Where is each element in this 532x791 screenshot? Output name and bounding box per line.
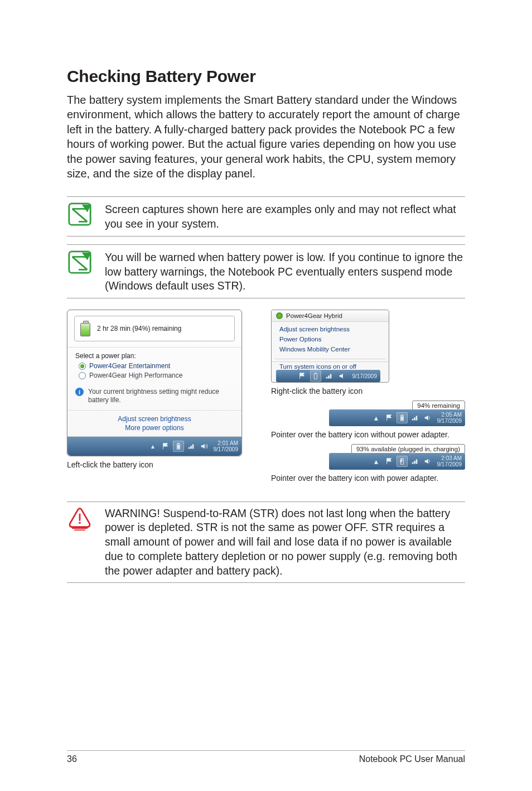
remaining-box: 2 hr 28 min (94%) remaining <box>74 316 235 341</box>
tray-clock[interactable]: 2:01 AM 9/17/2009 <box>214 440 239 452</box>
volume-icon[interactable] <box>422 412 433 423</box>
intro-paragraph: The battery system implements the Smart … <box>67 93 465 181</box>
svg-rect-5 <box>314 374 317 379</box>
volume-icon[interactable] <box>337 370 348 382</box>
volume-icon[interactable] <box>199 441 210 452</box>
svg-rect-4 <box>177 445 180 448</box>
more-power-options-link[interactable]: More power options <box>67 424 241 432</box>
svg-rect-3 <box>178 443 179 444</box>
radio-icon <box>79 363 86 370</box>
network-icon[interactable] <box>409 456 420 467</box>
tray-date: 9/17/2009 <box>352 373 378 379</box>
system-tray: ▴ 2:01 AM 9/17/2009 <box>67 436 241 456</box>
note-block-1: Screen captures shown here are examples … <box>67 196 465 236</box>
volume-icon[interactable] <box>422 456 433 467</box>
network-icon[interactable] <box>186 441 197 452</box>
flag-icon[interactable] <box>384 412 395 423</box>
menu-title: Power4Gear Hybrid <box>286 312 342 319</box>
show-hidden-icon[interactable]: ▴ <box>371 412 382 423</box>
page-number: 36 <box>67 754 77 764</box>
right-screenshot-column: Power4Gear Hybrid Adjust screen brightne… <box>271 310 465 484</box>
plan-option-2[interactable]: Power4Gear High Performance <box>79 372 234 379</box>
network-icon[interactable] <box>409 412 420 423</box>
info-text: Your current brightness setting might re… <box>88 388 234 404</box>
svg-rect-8 <box>402 414 403 416</box>
note-icon <box>67 249 93 275</box>
adjust-brightness-link[interactable]: Adjust screen brightness <box>67 415 241 423</box>
mini-tray: 9/17/2009 <box>276 370 380 382</box>
plan-title: Select a power plan: <box>75 352 234 360</box>
remaining-text: 2 hr 28 min (94%) remaining <box>97 325 181 332</box>
plan-label: Power4Gear Entertainment <box>89 362 170 370</box>
warning-text: WARNING! Suspend-to-RAM (STR) does not l… <box>105 507 465 578</box>
left-screenshot-column: 2 hr 28 min (94%) remaining Select a pow… <box>67 310 261 484</box>
left-caption: Left-click the battery icon <box>67 460 261 470</box>
page-heading: Checking Battery Power <box>67 67 465 86</box>
radio-icon <box>79 372 86 379</box>
menu-item-power-options[interactable]: Power Options <box>272 334 389 344</box>
right-caption-2: Pointer over the battery icon without po… <box>271 430 465 440</box>
svg-rect-6 <box>315 373 316 374</box>
right-caption-1: Right-click the battery icon <box>271 386 465 396</box>
page-footer: 36 Notebook PC User Manual <box>67 750 465 764</box>
flag-icon[interactable] <box>160 441 171 452</box>
battery-icon <box>79 321 91 336</box>
battery-tray-icon[interactable] <box>396 412 408 423</box>
info-icon: i <box>75 388 84 396</box>
flag-icon[interactable] <box>384 456 395 467</box>
note-block-2: You will be warned when battery power is… <box>67 244 465 298</box>
tray-strip-2: ▴ 2:03 AM9/17/2009 <box>329 453 465 470</box>
battery-context-menu: Power4Gear Hybrid Adjust screen brightne… <box>271 310 389 383</box>
svg-point-12 <box>79 522 81 524</box>
tray-clock[interactable]: 2:03 AM9/17/2009 <box>437 455 462 467</box>
show-hidden-icon[interactable]: ▴ <box>371 456 382 467</box>
battery-tray-icon[interactable] <box>173 441 184 452</box>
plan-option-1[interactable]: Power4Gear Entertainment <box>79 362 234 370</box>
show-hidden-icon[interactable]: ▴ <box>147 441 158 452</box>
power4gear-icon <box>276 312 283 319</box>
battery-tray-icon[interactable] <box>310 370 321 382</box>
brightness-info: i Your current brightness setting might … <box>67 387 241 410</box>
right-caption-3: Pointer over the battery icon with power… <box>271 473 465 483</box>
menu-title-row[interactable]: Power4Gear Hybrid <box>272 310 389 322</box>
menu-item-mobility-center[interactable]: Windows Mobility Center <box>272 344 389 354</box>
svg-rect-9 <box>401 417 403 421</box>
note-text: You will be warned when battery power is… <box>105 249 465 293</box>
note-text: Screen captures shown here are examples … <box>105 201 465 231</box>
tray-strip-1: ▴ 2:05 AM9/17/2009 <box>329 409 465 426</box>
flag-icon[interactable] <box>297 370 308 382</box>
network-icon[interactable] <box>323 370 335 382</box>
tray-clock[interactable]: 2:05 AM9/17/2009 <box>437 412 462 424</box>
note-icon <box>67 201 93 227</box>
battery-charging-tray-icon[interactable] <box>396 456 408 467</box>
footer-label: Notebook PC User Manual <box>359 754 465 764</box>
menu-item-brightness[interactable]: Adjust screen brightness <box>272 324 389 334</box>
battery-popup: 2 hr 28 min (94%) remaining Select a pow… <box>67 310 242 456</box>
warning-icon <box>67 507 93 578</box>
plan-label: Power4Gear High Performance <box>89 372 182 379</box>
warning-block: WARNING! Suspend-to-RAM (STR) does not l… <box>67 501 465 583</box>
